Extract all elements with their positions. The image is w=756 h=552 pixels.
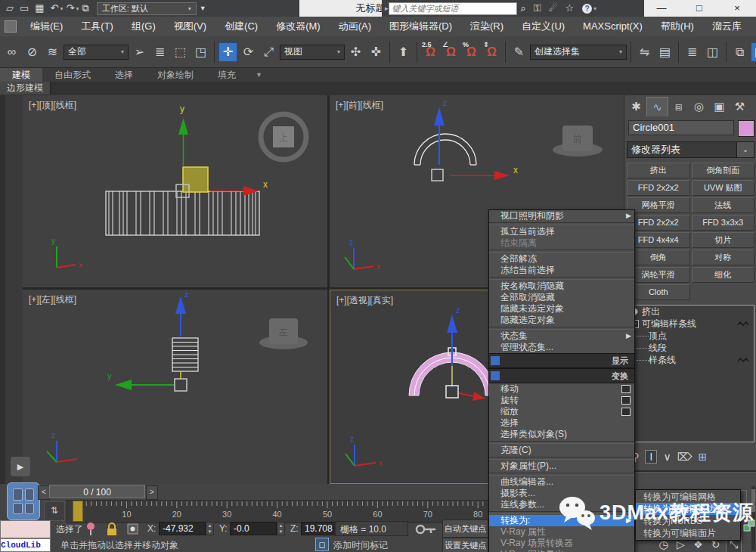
time-slider-handle[interactable]: 0 / 100 xyxy=(49,485,145,498)
viewport-left-label[interactable]: [+][左][线框] xyxy=(29,293,76,306)
percent-snap-icon[interactable]: Ω% xyxy=(462,42,481,62)
named-selection-dropdown[interactable]: 创建选择集▾ xyxy=(530,45,627,60)
minimize-button[interactable]: — xyxy=(643,0,680,17)
new-file-icon[interactable]: ▱ xyxy=(3,0,17,17)
ribbon-tab-填充[interactable]: 填充 xyxy=(206,68,248,82)
settings-box-icon[interactable] xyxy=(621,408,631,416)
toolbar-overflow-icon[interactable]: ▼ xyxy=(197,0,209,17)
menubar-item[interactable]: 视图(V) xyxy=(165,17,215,36)
y-coord-field[interactable] xyxy=(230,522,277,535)
select-and-scale-icon[interactable]: ⤢ xyxy=(259,42,278,62)
context-menu-item[interactable]: 对象属性(P)... xyxy=(489,461,634,472)
select-and-move-icon[interactable]: ✛ xyxy=(218,42,237,62)
motion-tab-icon[interactable]: ◎ xyxy=(689,97,709,116)
next-frame-button[interactable]: > xyxy=(146,485,158,500)
object-name-field[interactable] xyxy=(628,120,734,135)
workspace-dropdown[interactable]: 工作区: 默认 ▾ xyxy=(97,2,197,15)
save-file-icon[interactable]: ▦ xyxy=(32,0,47,17)
key-mode-toggle-icon[interactable] xyxy=(414,523,437,535)
help-icon[interactable]: ? xyxy=(582,4,592,14)
object-color-swatch[interactable] xyxy=(738,120,754,137)
mirror-icon[interactable]: ⇋ xyxy=(635,42,654,62)
modifier-button[interactable]: 切片 xyxy=(692,232,755,248)
context-menu-item[interactable]: 结束隔离 xyxy=(489,237,634,249)
ribbon-tab-建模[interactable]: 建模 xyxy=(0,68,42,82)
modifier-button[interactable]: FFD 2x2x2 xyxy=(627,180,690,196)
menubar-item[interactable]: 图形编辑器(D) xyxy=(380,17,461,36)
set-key-button[interactable]: 设置关键点 xyxy=(442,538,488,552)
context-menu-item[interactable]: 选择类似对象(S) xyxy=(489,429,634,440)
context-menu-item[interactable]: 克隆(C) xyxy=(489,445,634,456)
viewport-layout-button[interactable] xyxy=(7,482,40,520)
track-bar[interactable]: 01020304050607080 xyxy=(67,500,491,523)
context-menu-item[interactable]: 状态集▶ xyxy=(489,330,634,342)
viewport-perspective-label[interactable]: [+][透视][真实] xyxy=(336,294,393,307)
time-slider-frame-handle[interactable] xyxy=(73,501,83,522)
modifier-list-dropdown[interactable]: 修改器列表 ⌄ xyxy=(627,141,754,158)
context-menu-item[interactable]: V-Ray 网格导出 xyxy=(489,549,634,552)
maximize-button[interactable]: □ xyxy=(680,0,718,17)
modifier-button[interactable]: 倒角剖面 xyxy=(692,163,755,178)
context-menu-item[interactable]: V-Ray 场景转换器 xyxy=(489,538,634,549)
align-icon[interactable]: ▤ xyxy=(655,42,674,62)
viewport-top-label[interactable]: [+][顶][线框] xyxy=(29,99,76,112)
isolate-selection-toggle-icon[interactable]: ◻ xyxy=(315,538,329,551)
stack-item[interactable]: 顶点 xyxy=(627,330,754,342)
menubar-item[interactable]: MAXScript(X) xyxy=(574,17,652,36)
selection-filter-dropdown[interactable]: 全部▾ xyxy=(64,45,129,60)
menubar-item[interactable]: 创建(C) xyxy=(215,17,267,36)
menubar-item[interactable]: 编辑(E) xyxy=(21,17,72,36)
stack-item[interactable]: 挤出 xyxy=(627,305,754,318)
select-and-manipulate-icon[interactable]: ✜ xyxy=(367,42,386,62)
modifier-button[interactable]: FFD 4x4x4 xyxy=(627,232,690,248)
modifier-button[interactable]: 倒角 xyxy=(627,250,690,265)
ribbon-tab-自由形式[interactable]: 自由形式 xyxy=(42,68,103,82)
lock-selection-icon[interactable] xyxy=(106,522,118,536)
menubar-item[interactable]: 自定义(U) xyxy=(513,17,574,36)
viewport-top[interactable]: [+][顶][线框] y x 上 y x xyxy=(23,95,327,287)
context-menu-item[interactable]: 冻结当前选择 xyxy=(489,265,634,276)
select-and-rotate-icon[interactable]: ⟳ xyxy=(239,42,258,62)
project-folder-icon[interactable]: ⧉ xyxy=(79,0,91,17)
app-menu-icon[interactable] xyxy=(5,20,17,33)
modifier-button[interactable]: 对称 xyxy=(692,250,755,265)
make-unique-icon[interactable]: ∨ xyxy=(663,451,671,463)
stack-item[interactable]: 线段 xyxy=(627,342,754,354)
modifier-button[interactable]: 挤出 xyxy=(627,163,690,178)
bind-to-spacewarp-icon[interactable]: ≋ xyxy=(43,42,62,62)
context-menu-item[interactable]: 全部解冻 xyxy=(489,253,634,265)
context-menu-item[interactable]: 隐藏未选定对象 xyxy=(489,303,634,315)
modifier-button[interactable]: Cloth xyxy=(627,284,690,300)
menubar-item[interactable]: 修改器(M) xyxy=(267,17,330,36)
search-input[interactable] xyxy=(389,2,517,15)
viewport-front-label[interactable]: [+][前][线框] xyxy=(336,99,383,112)
x-coord-field[interactable] xyxy=(159,522,206,535)
select-and-link-icon[interactable]: ∞ xyxy=(2,42,21,62)
absolute-mode-icon[interactable] xyxy=(125,522,141,536)
spinner-snap-icon[interactable]: Ω⇕ xyxy=(482,42,501,62)
utilities-tab-icon[interactable]: ⚒ xyxy=(730,97,750,116)
use-pivot-center-icon[interactable]: ✣ xyxy=(346,42,365,62)
favorites-icon[interactable]: ☆ xyxy=(561,2,578,14)
select-object-icon[interactable]: ➢ xyxy=(130,42,149,62)
angle-snap-icon[interactable]: Ω∠ xyxy=(442,42,460,62)
maxscript-mini-listener[interactable]: CloudLib i: xyxy=(0,538,51,552)
context-menu-item[interactable]: 隐藏选定对象 xyxy=(489,315,634,326)
curve-editor-icon[interactable]: ⧉ xyxy=(730,42,749,62)
modifier-button[interactable]: 涡轮平滑 xyxy=(627,267,690,283)
display-tab-icon[interactable]: ▣ xyxy=(709,97,730,116)
search-icon[interactable]: ⌕ xyxy=(517,2,530,14)
modify-tab-icon[interactable]: ∿ xyxy=(646,97,668,116)
modifier-button[interactable]: 法线 xyxy=(692,197,755,213)
settings-box-icon[interactable] xyxy=(621,396,631,405)
menubar-item[interactable]: 工具(T) xyxy=(72,17,122,36)
rect-selection-region-icon[interactable]: ⬚ xyxy=(171,42,190,62)
x-spinner[interactable]: ▲▼ xyxy=(206,522,214,535)
keyboard-override-icon[interactable]: ⬆ xyxy=(394,42,413,62)
modifier-button[interactable]: 网格平滑 xyxy=(627,197,690,213)
context-menu-item[interactable]: 管理状态集... xyxy=(489,342,634,353)
context-menu-item[interactable]: 曲线编辑器... xyxy=(489,476,634,488)
snaps-toggle-icon[interactable]: Ω2.5 xyxy=(421,42,440,62)
polygon-modeling-panel-tab[interactable]: 边形建模 xyxy=(0,82,51,95)
auto-key-button[interactable]: 自动关键点 xyxy=(442,519,488,538)
